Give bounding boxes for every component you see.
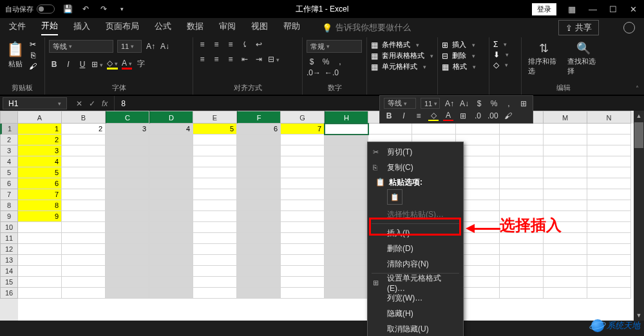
cell[interactable] bbox=[237, 255, 281, 266]
cell[interactable] bbox=[500, 178, 544, 189]
row-header[interactable]: 15 bbox=[0, 277, 18, 288]
cell[interactable] bbox=[281, 266, 325, 277]
mini-percent-icon[interactable]: % bbox=[489, 99, 499, 108]
mini-font-combo[interactable]: 等线▾ bbox=[384, 98, 416, 109]
cell[interactable]: 2 bbox=[18, 135, 62, 145]
percent-icon[interactable]: % bbox=[321, 57, 331, 66]
cell[interactable] bbox=[237, 211, 281, 222]
cut-icon[interactable]: ✂ bbox=[29, 40, 37, 49]
number-format-combo[interactable]: 常规▾ bbox=[307, 40, 362, 53]
cell[interactable]: 7 bbox=[18, 189, 62, 200]
cell[interactable] bbox=[325, 288, 368, 299]
cell[interactable] bbox=[544, 145, 587, 156]
fill-button[interactable]: ⬇▾ bbox=[493, 50, 509, 59]
col-header[interactable]: B bbox=[62, 111, 106, 124]
cell[interactable] bbox=[237, 277, 281, 288]
cell[interactable] bbox=[587, 156, 631, 167]
cell[interactable] bbox=[237, 266, 281, 277]
cell[interactable] bbox=[544, 156, 587, 167]
cell[interactable] bbox=[237, 167, 281, 178]
mini-border-icon[interactable]: ⊞ bbox=[518, 99, 529, 108]
cell[interactable] bbox=[62, 145, 106, 156]
cell[interactable] bbox=[325, 124, 368, 135]
col-header[interactable]: F bbox=[237, 111, 281, 124]
cell[interactable] bbox=[237, 178, 281, 189]
mini-inc-icon[interactable]: .00 bbox=[488, 111, 498, 120]
tell-me-search[interactable]: 💡告诉我你想要做什么 bbox=[322, 22, 411, 33]
cell[interactable] bbox=[193, 145, 237, 156]
cell[interactable] bbox=[544, 167, 587, 178]
cell[interactable] bbox=[587, 145, 631, 156]
cell[interactable] bbox=[325, 200, 368, 211]
align-right-icon[interactable]: ≡ bbox=[225, 55, 236, 64]
cell[interactable] bbox=[106, 244, 149, 255]
cell[interactable] bbox=[18, 288, 62, 299]
cell[interactable] bbox=[587, 255, 631, 266]
cell[interactable] bbox=[149, 233, 193, 244]
find-select-button[interactable]: 🔍 查找和选择 bbox=[565, 40, 601, 77]
col-header[interactable]: N bbox=[587, 111, 631, 124]
scroll-thumb[interactable] bbox=[634, 122, 643, 148]
cell[interactable] bbox=[106, 211, 149, 222]
cell[interactable] bbox=[325, 211, 368, 222]
cell[interactable] bbox=[106, 178, 149, 189]
cell[interactable] bbox=[500, 266, 544, 277]
cell[interactable]: 6 bbox=[18, 178, 62, 189]
tab-data[interactable]: 数据 bbox=[187, 21, 204, 35]
cell[interactable] bbox=[18, 222, 62, 233]
cell[interactable] bbox=[106, 145, 149, 156]
cell[interactable] bbox=[500, 124, 544, 135]
comma-icon[interactable]: , bbox=[335, 57, 345, 66]
login-button[interactable]: 登录 bbox=[532, 3, 556, 15]
format-table-button[interactable]: ▦套用表格格式▾ bbox=[371, 51, 433, 61]
undo-icon[interactable]: ↶ bbox=[80, 4, 91, 14]
cell[interactable] bbox=[237, 233, 281, 244]
cell[interactable] bbox=[106, 167, 149, 178]
cell[interactable] bbox=[544, 178, 587, 189]
row-header[interactable]: 1 bbox=[0, 124, 18, 135]
row-header[interactable]: 5 bbox=[0, 167, 18, 178]
cm-cut[interactable]: ✂剪切(T) bbox=[368, 144, 463, 160]
cell[interactable] bbox=[325, 244, 368, 255]
mini-inc-font-icon[interactable]: A↑ bbox=[444, 99, 455, 108]
cell[interactable] bbox=[500, 135, 544, 145]
cell[interactable] bbox=[237, 288, 281, 299]
cell[interactable] bbox=[18, 277, 62, 288]
cell[interactable] bbox=[325, 266, 368, 277]
fx-icon[interactable]: fx bbox=[102, 99, 108, 108]
sort-filter-button[interactable]: ⇅ 排序和筛选 bbox=[526, 40, 562, 77]
cell[interactable] bbox=[325, 255, 368, 266]
row-header[interactable]: 14 bbox=[0, 266, 18, 277]
cm-unhide[interactable]: 取消隐藏(U) bbox=[368, 321, 463, 336]
cell[interactable] bbox=[149, 178, 193, 189]
mini-italic-icon[interactable]: I bbox=[399, 111, 409, 120]
col-header[interactable]: A bbox=[18, 111, 62, 124]
format-painter-icon[interactable]: 🖌 bbox=[29, 62, 37, 71]
cell[interactable] bbox=[587, 167, 631, 178]
cell[interactable] bbox=[456, 124, 500, 135]
cell[interactable] bbox=[587, 288, 631, 299]
cell[interactable] bbox=[281, 178, 325, 189]
cell[interactable] bbox=[500, 189, 544, 200]
cell[interactable] bbox=[62, 288, 106, 299]
tab-view[interactable]: 视图 bbox=[251, 21, 268, 35]
cancel-formula-icon[interactable]: ✕ bbox=[76, 99, 82, 108]
cell[interactable]: 5 bbox=[193, 124, 237, 135]
cell[interactable] bbox=[325, 189, 368, 200]
mini-comma-icon[interactable]: , bbox=[504, 99, 514, 108]
share-button[interactable]: ⇪共享 bbox=[558, 20, 599, 35]
row-header[interactable]: 16 bbox=[0, 288, 18, 299]
cell[interactable] bbox=[544, 200, 587, 211]
cell[interactable] bbox=[325, 135, 368, 145]
cell[interactable] bbox=[106, 266, 149, 277]
cell[interactable] bbox=[193, 200, 237, 211]
cell[interactable] bbox=[193, 156, 237, 167]
cell[interactable] bbox=[193, 178, 237, 189]
qat-customize-icon[interactable]: ▾ bbox=[117, 4, 127, 14]
cell[interactable] bbox=[587, 135, 631, 145]
cell[interactable] bbox=[500, 167, 544, 178]
select-all-corner[interactable] bbox=[0, 111, 18, 124]
mini-align-icon[interactable]: ≡ bbox=[413, 111, 424, 120]
cell[interactable] bbox=[193, 244, 237, 255]
collapse-ribbon-icon[interactable]: ˄ bbox=[636, 85, 639, 92]
